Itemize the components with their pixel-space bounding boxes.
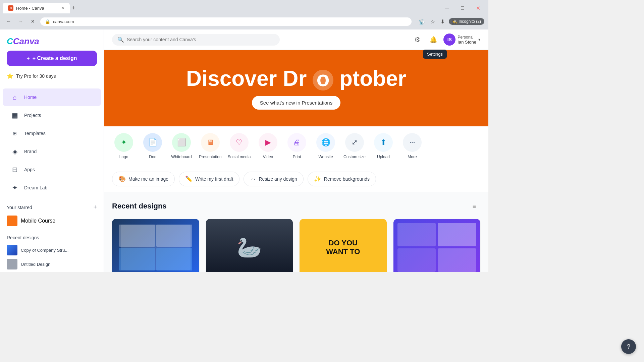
tab-favicon: C — [8, 5, 13, 11]
search-bar[interactable]: 🔍 — [112, 34, 280, 46]
user-avatar: IS — [443, 34, 455, 46]
ai-make-image-button[interactable]: 🎨 Make me an image — [112, 172, 175, 186]
sidebar-recent-item-3[interactable]: Mobile Course — [7, 271, 97, 272]
create-design-button[interactable]: + + Create a design — [7, 51, 97, 66]
starred-add-button[interactable]: + — [93, 204, 97, 211]
user-info[interactable]: IS Personal Ian Stone ▾ — [443, 34, 480, 46]
ai-resize-button[interactable]: ↔ Resize any design — [244, 172, 303, 186]
bookmark-icon[interactable]: ☆ — [429, 17, 436, 26]
designs-grid: Copy of Company Structure Template White… — [112, 219, 480, 272]
cast-icon[interactable]: 📡 — [417, 17, 426, 26]
settings-button[interactable]: ⚙ — [411, 34, 423, 46]
ai-prompts-bar: 🎨 Make me an image ✏️ Write my first dra… — [104, 166, 488, 192]
sidebar-item-templates[interactable]: ⊞ Templates — [3, 125, 101, 142]
ai-remove-bg-button[interactable]: ✨ Remove backgrounds — [308, 172, 376, 186]
hero-banner: Discover Dr o ptober See what's new in P… — [104, 50, 488, 126]
browser-tab-active[interactable]: C Home - Canva ✕ — [3, 3, 70, 13]
notifications-button[interactable]: 🔔 — [427, 34, 439, 46]
reload-button[interactable]: ✕ — [28, 17, 38, 26]
design-card-3[interactable]: DO YOUWANT TO Mobile Course Mobile Video… — [300, 219, 387, 272]
address-bar[interactable]: 🔒 canva.com — [40, 17, 412, 26]
ai-bg-icon: ✨ — [314, 175, 321, 183]
hero-cta-button[interactable]: See what's new in Presentations — [252, 96, 340, 110]
main-header: 🔍 ⚙ 🔔 IS Personal Ian Stone ▾ Settings — [104, 29, 488, 50]
starred-item-mobile-course[interactable]: Mobile Course — [7, 214, 97, 228]
design-type-social-media[interactable]: ♡ Social media — [227, 133, 251, 159]
design-card-2[interactable]: 🦢 Untitled Design 1120 x 1120 px — [206, 219, 293, 272]
search-icon: 🔍 — [117, 37, 124, 43]
header-actions: ⚙ 🔔 IS Personal Ian Stone ▾ Settings — [411, 34, 480, 46]
sidebar-recent-section: Recent designs Copy of Company Stru... U… — [0, 232, 104, 272]
canva-logo: CCanva — [7, 36, 97, 47]
sidebar-item-brand[interactable]: ◈ Brand — [3, 143, 101, 160]
sidebar-item-home[interactable]: ⌂ Home — [3, 88, 101, 106]
sidebar-item-projects[interactable]: ▦ Projects — [3, 107, 101, 124]
search-input[interactable] — [127, 37, 274, 42]
add-tab-button[interactable]: + — [70, 3, 77, 13]
minimize-button[interactable]: ─ — [439, 3, 455, 13]
star-icon: ⭐ — [7, 73, 13, 79]
design-type-upload[interactable]: ⬆ Upload — [372, 133, 395, 159]
sidebar-recent-item-2[interactable]: Untitled Design — [7, 257, 97, 271]
sidebar-item-apps[interactable]: ⊟ Apps — [3, 161, 101, 178]
tab-title: Home - Canva — [16, 6, 44, 11]
design-type-logo[interactable]: ✦ Logo — [112, 133, 136, 159]
sidebar-item-dreamlab[interactable]: ✦ Dream Lab — [3, 179, 101, 196]
design-type-presentation[interactable]: 🖥 Presentation — [199, 133, 222, 159]
recent-designs-section: Recent designs ≡ — [104, 192, 488, 272]
main-content: 🔍 ⚙ 🔔 IS Personal Ian Stone ▾ Settings — [104, 29, 488, 272]
try-pro-button[interactable]: ⭐ Try Pro for 30 days — [7, 70, 97, 82]
design-type-print[interactable]: 🖨 Print — [285, 133, 309, 159]
maximize-button[interactable]: □ — [455, 3, 470, 13]
sidebar-navigation: ⌂ Home ▦ Projects ⊞ Templates ◈ Brand ⊟ … — [0, 85, 104, 200]
section-header: Recent designs ≡ — [112, 200, 480, 212]
settings-tooltip: Settings — [423, 50, 447, 59]
back-button[interactable]: ← — [4, 17, 13, 26]
hero-title: Discover Dr o ptober — [186, 67, 406, 90]
ai-draft-icon: ✏️ — [185, 175, 193, 183]
design-types-bar: ✦ Logo 📄 Doc ⬜ Whiteboard 🖥 Pre — [104, 126, 488, 166]
design-type-website[interactable]: 🌐 Website — [314, 133, 337, 159]
incognito-button[interactable]: 🕵 Incognito (2) — [449, 18, 484, 25]
ai-image-icon: 🎨 — [118, 175, 126, 183]
plus-icon: + — [26, 55, 30, 61]
chevron-down-icon: ▾ — [478, 37, 480, 42]
design-type-more[interactable]: ··· More — [400, 133, 424, 159]
download-icon[interactable]: ⬇ — [439, 17, 446, 26]
design-card-4[interactable]: Copy of Get to Know Your Team Te Whitebo… — [393, 219, 481, 272]
browser-chrome: C Home - Canva ✕ + ─ □ ✕ ← → ✕ 🔒 canva.c… — [0, 0, 488, 29]
tab-close-icon[interactable]: ✕ — [61, 6, 64, 10]
url-text: canva.com — [53, 19, 74, 24]
sidebar: CCanva + + Create a design ⭐ Try Pro for… — [0, 29, 104, 272]
design-type-video[interactable]: ▶ Video — [256, 133, 280, 159]
design-type-whiteboard[interactable]: ⬜ Whiteboard — [170, 133, 193, 159]
list-view-button[interactable]: ≡ — [468, 200, 480, 212]
starred-section: Your starred + Mobile Course — [0, 200, 104, 232]
sidebar-recent-item-1[interactable]: Copy of Company Stru... — [7, 243, 97, 257]
forward-button[interactable]: → — [16, 17, 25, 26]
close-button[interactable]: ✕ — [470, 3, 486, 13]
ai-write-draft-button[interactable]: ✏️ Write my first draft — [179, 172, 239, 186]
design-card-1[interactable]: Copy of Company Structure Template White… — [112, 219, 199, 272]
lock-icon: 🔒 — [45, 19, 50, 24]
ai-resize-icon: ↔ — [250, 176, 256, 183]
design-type-doc[interactable]: 📄 Doc — [141, 133, 164, 159]
design-type-custom-size[interactable]: ⤢ Custom size — [343, 133, 366, 159]
